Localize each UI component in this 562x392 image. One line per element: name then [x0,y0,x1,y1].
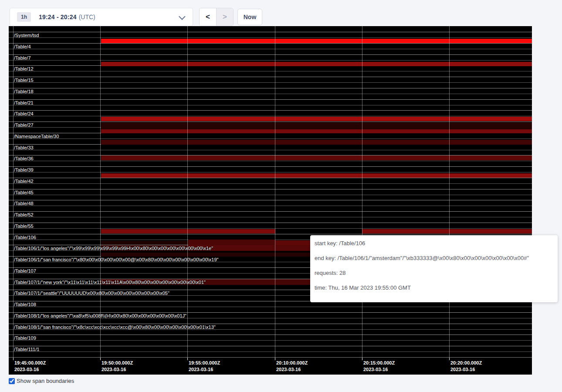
heatmap-row[interactable]: /Table/42 [9,178,532,189]
heatmap-row[interactable]: /Table/45 [9,189,532,200]
range-duration-badge: 1h [17,12,31,22]
heatmap-row[interactable]: /Table/12 [9,65,532,77]
axis-tick-label: 19:50:00.000Z 2023-03-16 [102,360,133,373]
tooltip-end-key: end key: /Table/106/1/"amsterdam"/"\xb33… [315,255,553,261]
span-key-label: /Table/7 [14,55,31,61]
span-key-label: /Table/52 [14,212,34,217]
heatmap-band[interactable] [362,229,532,233]
heatmap-row[interactable]: /Table/36 [9,155,532,166]
prev-range-button[interactable]: < [200,8,217,26]
heatmap-row[interactable]: /Table/39 [9,166,532,178]
span-key-label: /Table/18 [14,89,34,94]
span-key-label: /Table/107/1/"seattle"/"UUUUUUD\x00\x80\… [14,291,169,296]
show-span-boundaries-control: Show span boundaries [9,378,74,384]
axis-tick-mark [449,358,450,360]
now-button[interactable]: Now [237,9,262,25]
heatmap-band[interactable] [101,62,532,66]
heatmap-rows: /System/tsd/Table/4/Table/7/Table/12/Tab… [9,26,532,357]
span-key-label: /Table/36 [14,156,34,161]
span-key-label: /Table/106/1/"san francisco"/"\x80\x00\x… [14,257,219,262]
axis-tick-label: 19:45:00.000Z 2023-03-16 [14,360,46,373]
heatmap-band[interactable] [101,129,532,133]
range-time-text: 19:24 - 20:24 [39,14,77,20]
heatmap-row[interactable]: /Table/21 [9,99,532,111]
span-key-label: /Table/108 [14,302,36,307]
heatmap-row[interactable]: /Table/48 [9,200,532,211]
span-key-label: /Table/48 [14,201,34,206]
heatmap-row[interactable]: /NamespaceTable/30 [9,133,532,144]
heatmap-row[interactable]: /Table/33 [9,144,532,155]
span-key-label: /Table/108/1/"san francisco"/"\x8c\xcc\x… [14,324,216,330]
heatmap-band[interactable] [101,117,532,121]
key-visualizer-chart[interactable]: /System/tsd/Table/4/Table/7/Table/12/Tab… [9,26,532,375]
heatmap-row[interactable]: /Table/108/1/"san francisco"/"\x8c\xcc\x… [9,324,532,335]
span-key-label: /Table/15 [14,78,34,83]
span-key-label: /Table/45 [14,190,34,195]
heatmap-row[interactable]: /Table/52 [9,211,532,223]
heatmap-band[interactable] [101,140,532,145]
span-key-label: /Table/109 [14,335,36,341]
span-key-label: /Table/55 [14,223,34,229]
heatmap-row[interactable]: /Table/4 [9,43,532,54]
axis-tick-mark [100,358,101,360]
heatmap-row[interactable]: /Table/18 [9,88,532,99]
axis-tick-label: 20:15:00.000Z 2023-03-16 [363,360,395,373]
tooltip-time: time: Thu, 16 Mar 2023 19:55:00 GMT [315,285,553,291]
span-key-label: /Table/42 [14,179,34,184]
span-key-label: /Table/21 [14,100,34,105]
heatmap-row[interactable]: /Table/109 [9,335,532,346]
heatmap-tooltip: start key: /Table/106 end key: /Table/10… [310,235,558,302]
time-axis: 19:45:00.000Z 2023-03-1619:50:00.000Z 20… [9,357,532,375]
heatmap-band[interactable] [101,155,532,160]
span-key-label: /Table/111/1 [14,347,39,352]
heatmap-band[interactable] [101,241,188,245]
axis-tick-label: 19:55:00.000Z 2023-03-16 [189,360,220,373]
show-span-boundaries-checkbox[interactable] [9,378,15,384]
tooltip-start-key: start key: /Table/106 [315,240,553,247]
span-key-label: /Table/107 [14,268,36,274]
heatmap-row[interactable]: /Table/15 [9,77,532,88]
tooltip-requests: requests: 28 [315,270,553,276]
heatmap-row[interactable]: /Table/108/1/"los angeles"/"\xa8\xf5\u00… [9,312,532,324]
heatmap-row[interactable]: /Table/108 [9,301,532,312]
span-key-label: /System/tsd [14,33,39,38]
heatmap-band[interactable] [101,39,532,43]
heatmap-row[interactable]: /Table/24 [9,110,532,122]
span-key-label: /Table/27 [14,122,34,128]
span-key-label: /Table/39 [14,167,34,172]
heatmap-row[interactable]: /Table/55 [9,223,532,234]
show-span-boundaries-label: Show span boundaries [17,378,74,384]
heatmap-row[interactable]: /Table/7 [9,54,532,66]
chevron-right-icon: > [223,13,227,21]
axis-tick-mark [362,358,362,360]
axis-tick-mark [187,358,188,360]
span-key-label: /Table/106/1/"los angeles"/"\x99\x99\x99… [14,246,213,251]
heatmap-row[interactable]: /Table/111/1 [9,346,532,357]
span-key-label: /Table/33 [14,145,34,150]
axis-tick-label: 20:20:00.000Z 2023-03-16 [450,360,482,373]
next-range-button-disabled[interactable]: > [217,8,233,26]
heatmap-row[interactable]: /Table/27 [9,122,532,133]
range-timezone-text: (UTC) [79,14,95,20]
axis-tick-label: 20:10:00.000Z 2023-03-16 [276,360,308,373]
axis-tick-mark [275,358,275,360]
heatmap-row[interactable]: /System/tsd [9,32,532,43]
heatmap-band[interactable] [101,122,532,129]
span-key-label: /Table/12 [14,66,34,71]
axis-tick-mark [13,358,14,360]
span-key-label: /Table/4 [14,44,31,49]
span-key-label: /Table/107/1/"new york"/"\x11\x11\x11\x1… [14,280,206,285]
chevron-left-icon: < [206,13,210,21]
chevron-down-icon [179,13,186,20]
time-range-dropdown[interactable]: 1h 19:24 - 20:24 (UTC) [10,8,193,26]
span-key-label: /Table/106 [14,235,36,240]
span-key-label: /NamespaceTable/30 [14,134,59,139]
heatmap-band[interactable] [101,173,532,178]
heatmap-band[interactable] [101,229,275,233]
heatmap-band[interactable] [188,240,275,246]
span-key-label: /Table/24 [14,111,34,116]
time-range-nav: < > [199,8,234,26]
span-key-label: /Table/108/1/"los angeles"/"\xa8\xf5\u00… [14,313,186,318]
